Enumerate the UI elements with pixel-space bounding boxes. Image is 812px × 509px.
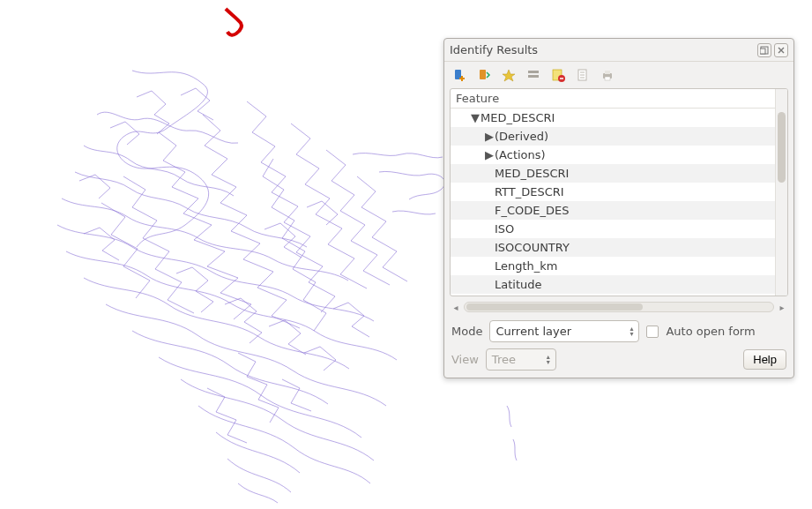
view-row: View Tree ▴▾ Help — [444, 347, 793, 378]
tree-row-label: MED_DESCRI — [480, 111, 555, 124]
tree-row-label: Latitude — [495, 278, 542, 291]
twisty-closed-icon[interactable]: ▶ — [484, 146, 495, 164]
clear-results-icon[interactable] — [550, 67, 566, 83]
collapse-tree-icon[interactable] — [476, 67, 492, 83]
mode-combo[interactable]: Current layer ▴▾ — [489, 320, 639, 342]
print-icon[interactable] — [600, 67, 615, 83]
scroll-right-icon[interactable]: ▸ — [776, 301, 788, 313]
svg-rect-3 — [480, 70, 486, 79]
tree-row[interactable]: ISO — [451, 220, 787, 238]
tree-row-label: F_CODE_DES — [495, 204, 570, 217]
twisty-open-icon[interactable]: ▼ — [470, 109, 480, 127]
scroll-track[interactable] — [464, 302, 774, 312]
expand-new-results-icon[interactable] — [451, 67, 467, 83]
tree-row-label: ISOCOUNTRY — [495, 241, 570, 254]
tree-row-label: Length_km — [495, 259, 558, 273]
dock-button[interactable] — [757, 43, 771, 57]
tree-row-label: (Actions) — [495, 148, 546, 161]
scroll-thumb[interactable] — [466, 303, 643, 311]
auto-open-form-checkbox[interactable] — [646, 326, 659, 338]
twisty-closed-icon[interactable]: ▶ — [484, 127, 495, 146]
help-button[interactable]: Help — [743, 349, 786, 370]
toolbar — [444, 62, 793, 88]
svg-rect-11 — [605, 77, 610, 80]
panel-title-text: Identify Results — [450, 43, 755, 56]
tree-header: Feature — [451, 89, 787, 109]
mode-label: Mode — [451, 325, 482, 338]
feature-tree[interactable]: Feature ▼MED_DESCRI▶(Derived)▶(Actions)M… — [450, 88, 788, 296]
tree-row[interactable]: ▼MED_DESCRI — [451, 109, 787, 127]
close-button[interactable] — [774, 43, 788, 57]
view-value: Tree — [492, 353, 516, 366]
tree-row[interactable]: ▶(Actions) — [451, 146, 787, 164]
copy-feature-icon[interactable] — [575, 67, 591, 83]
scroll-left-icon[interactable]: ◂ — [450, 301, 462, 313]
dock-icon — [760, 46, 769, 55]
tree-row[interactable]: ▶(Derived) — [451, 127, 787, 146]
panel-titlebar: Identify Results — [444, 39, 793, 62]
tree-row-label: MED_DESCRI — [495, 167, 569, 180]
tree-row[interactable]: RTT_DESCRI — [451, 183, 787, 201]
mode-row: Mode Current layer ▴▾ Auto open form — [444, 316, 793, 347]
expand-tree-icon[interactable] — [501, 67, 517, 83]
svg-rect-5 — [528, 75, 539, 78]
view-combo: Tree ▴▾ — [486, 348, 556, 371]
tree-row[interactable]: ISOCOUNTRY — [451, 238, 787, 257]
horizontal-scrollbar[interactable]: ◂ ▸ — [450, 300, 788, 314]
tree-row-label: ISO — [495, 222, 514, 236]
tree-row[interactable]: Latitude — [451, 275, 787, 294]
mode-value: Current layer — [495, 325, 571, 338]
stepper-icon: ▴▾ — [629, 326, 633, 337]
tree-row[interactable]: Length_km — [451, 257, 787, 275]
identify-results-panel: Identify Results Feature — [443, 38, 794, 378]
auto-open-form-label: Auto open form — [666, 325, 755, 338]
svg-rect-1 — [760, 49, 765, 54]
highlighted-feature — [226, 9, 242, 35]
close-icon — [777, 46, 786, 55]
view-label: View — [451, 353, 479, 366]
view-form-icon[interactable] — [525, 67, 541, 83]
tree-row[interactable]: MED_DESCRI — [451, 164, 787, 183]
tree-vertical-scrollbar[interactable] — [775, 89, 787, 296]
stepper-icon: ▴▾ — [547, 355, 550, 365]
svg-rect-10 — [605, 71, 610, 74]
scrollbar-thumb[interactable] — [778, 112, 786, 183]
tree-row-label: (Derived) — [495, 130, 548, 143]
tree-row[interactable]: F_CODE_DES — [451, 201, 787, 220]
tree-row-label: RTT_DESCRI — [495, 185, 564, 198]
svg-rect-4 — [528, 71, 539, 73]
